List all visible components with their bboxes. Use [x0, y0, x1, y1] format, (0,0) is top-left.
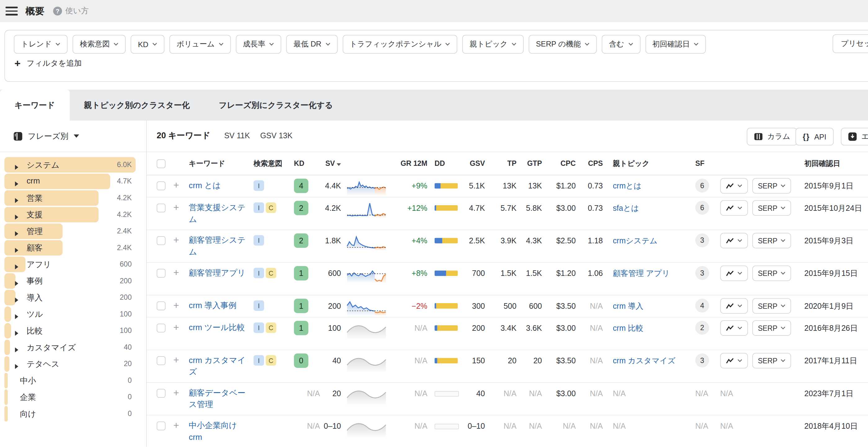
position-history-button[interactable]: [720, 298, 748, 314]
serp-button[interactable]: SERP: [752, 233, 792, 248]
filter-button-8[interactable]: SERP の機能: [529, 35, 597, 54]
keyword-link[interactable]: 顧客データベース管理: [189, 387, 246, 410]
parent-topic-link[interactable]: crmシステム: [613, 236, 657, 245]
filter-button-10[interactable]: 初回確認日: [645, 35, 706, 54]
phrase-item-2[interactable]: 営業4.2K: [0, 190, 146, 206]
phrase-item-7[interactable]: 事例200: [0, 273, 146, 289]
help-link[interactable]: ? 使い方: [53, 6, 89, 16]
position-history-button[interactable]: [720, 233, 748, 248]
serp-button[interactable]: SERP: [752, 320, 792, 336]
keyword-link[interactable]: 顧客管理システム: [189, 235, 246, 258]
expand-arrow-icon[interactable]: [15, 345, 18, 355]
serp-button[interactable]: SERP: [752, 266, 792, 281]
serp-button[interactable]: SERP: [752, 298, 792, 314]
filter-button-4[interactable]: 成長率: [236, 35, 281, 54]
parent-topic-link[interactable]: crm 導入: [613, 302, 643, 311]
filter-button-2[interactable]: KD: [131, 35, 164, 54]
tab-2[interactable]: フレーズ別にクラスター化する: [205, 90, 347, 121]
tab-0[interactable]: キーワード: [0, 90, 69, 121]
filter-button-1[interactable]: 検索意図: [72, 35, 126, 54]
serp-button[interactable]: SERP: [752, 178, 792, 194]
phrase-item-3[interactable]: 支援4.2K: [0, 206, 146, 223]
keyword-link[interactable]: 営業支援システム: [189, 202, 246, 225]
keyword-link[interactable]: crm カスタマイズ: [189, 355, 246, 378]
add-keyword-button[interactable]: +: [174, 202, 179, 213]
phrase-item-15[interactable]: 向け0: [0, 406, 146, 422]
row-checkbox[interactable]: [157, 421, 166, 431]
filter-button-5[interactable]: 最低 DR: [286, 35, 338, 54]
phrase-item-10[interactable]: 比較100: [0, 322, 146, 339]
position-history-button[interactable]: [720, 353, 748, 368]
add-keyword-button[interactable]: +: [174, 235, 179, 246]
add-filter-button[interactable]: + フィルタを追加: [14, 58, 82, 69]
phrase-item-4[interactable]: 管理2.4K: [0, 223, 146, 240]
row-checkbox[interactable]: [157, 269, 166, 278]
position-history-button[interactable]: [720, 178, 748, 194]
filter-button-9[interactable]: 含む: [602, 35, 640, 54]
parent-topic-link[interactable]: 顧客管理 アプリ: [613, 269, 670, 278]
phrase-item-8[interactable]: 導入200: [0, 289, 146, 306]
filter-button-0[interactable]: トレンド: [14, 35, 68, 54]
expand-arrow-icon[interactable]: [15, 328, 18, 338]
parent-topic-link[interactable]: crm 比較: [613, 323, 643, 333]
position-history-button[interactable]: [720, 200, 748, 216]
filter-button-3[interactable]: ボリューム: [169, 35, 231, 54]
phrase-item-0[interactable]: システム6.0K: [0, 157, 146, 173]
phrase-item-9[interactable]: ツル100: [0, 306, 146, 323]
position-history-button[interactable]: [720, 320, 748, 336]
row-checkbox[interactable]: [157, 204, 166, 213]
export-button[interactable]: エクスポート: [841, 128, 868, 145]
serp-button[interactable]: SERP: [752, 353, 792, 368]
expand-arrow-icon[interactable]: [15, 295, 18, 305]
expand-arrow-icon[interactable]: [15, 229, 18, 238]
tab-1[interactable]: 親トピック別のクラスター化: [69, 90, 205, 121]
add-keyword-button[interactable]: +: [174, 420, 179, 431]
add-keyword-button[interactable]: +: [174, 322, 179, 333]
phrase-item-11[interactable]: カスタマイズ40: [0, 339, 146, 356]
serp-button[interactable]: SERP: [752, 200, 792, 216]
phrase-item-14[interactable]: 企業0: [0, 389, 146, 406]
expand-arrow-icon[interactable]: [15, 178, 18, 188]
expand-arrow-icon[interactable]: [15, 312, 18, 321]
expand-arrow-icon[interactable]: [15, 162, 18, 172]
add-keyword-button[interactable]: +: [174, 387, 179, 398]
phrase-item-5[interactable]: 顧客2.4K: [0, 240, 146, 256]
phrase-item-6[interactable]: アフリ600: [0, 256, 146, 273]
phrase-item-1[interactable]: crm4.7K: [0, 173, 146, 190]
add-keyword-button[interactable]: +: [174, 180, 179, 191]
keyword-link[interactable]: crm とは: [189, 180, 221, 191]
expand-arrow-icon[interactable]: [15, 361, 18, 371]
menu-icon[interactable]: [6, 6, 18, 15]
keyword-link[interactable]: crm 導入事例: [189, 300, 237, 311]
keyword-link[interactable]: 顧客管理アプリ: [189, 267, 245, 279]
parent-topic-link[interactable]: sfaとは: [613, 204, 639, 213]
phrase-item-12[interactable]: テタヘス20: [0, 355, 146, 372]
position-history-button[interactable]: [720, 266, 748, 281]
parent-topic-link[interactable]: crmとは: [613, 181, 642, 190]
expand-arrow-icon[interactable]: [15, 245, 18, 255]
expand-arrow-icon[interactable]: [15, 278, 18, 288]
columns-button[interactable]: カラム: [747, 128, 797, 145]
presets-button[interactable]: プリセット: [833, 34, 868, 53]
expand-arrow-icon[interactable]: [15, 212, 18, 221]
api-button[interactable]: {} API: [796, 128, 834, 145]
keyword-link[interactable]: crm ツール比較: [189, 322, 245, 334]
parent-topic-link[interactable]: crm カスタマイズ: [613, 356, 675, 365]
select-all-checkbox[interactable]: [157, 159, 166, 168]
sort-desc-icon[interactable]: [337, 159, 341, 168]
row-checkbox[interactable]: [157, 181, 166, 190]
row-checkbox[interactable]: [157, 302, 166, 311]
filter-button-7[interactable]: 親トピック: [463, 35, 524, 54]
row-checkbox[interactable]: [157, 323, 166, 333]
add-keyword-button[interactable]: +: [174, 355, 179, 366]
keyword-link[interactable]: 中小企業向け crm: [189, 420, 246, 443]
row-checkbox[interactable]: [157, 236, 166, 245]
add-keyword-button[interactable]: +: [174, 267, 179, 278]
add-keyword-button[interactable]: +: [174, 300, 179, 311]
row-checkbox[interactable]: [157, 389, 166, 398]
phrase-item-13[interactable]: 中小0: [0, 372, 146, 389]
expand-arrow-icon[interactable]: [15, 262, 18, 272]
filter-button-6[interactable]: トラフィックポテンシャル: [342, 35, 458, 54]
row-checkbox[interactable]: [157, 356, 166, 365]
phrase-mode-dropdown[interactable]: フレーズ別: [0, 121, 146, 152]
